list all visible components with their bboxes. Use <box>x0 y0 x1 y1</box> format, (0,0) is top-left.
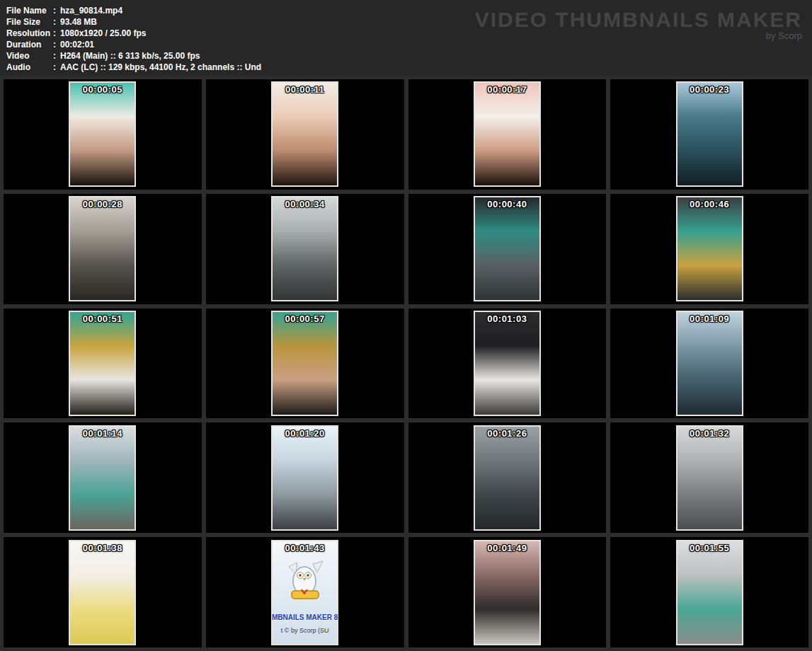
watermark-content: MBNAILS MAKER 8t © by Scorp (SU <box>273 541 337 644</box>
metadata-colon: : <box>53 17 56 27</box>
video-frame-thumbnail: 00:00:46 <box>676 196 743 301</box>
video-frame-thumbnail: 00:01:09 <box>676 311 743 416</box>
thumbnail-cell: 00:01:32 <box>610 422 808 533</box>
metadata-colon: : <box>53 6 56 16</box>
metadata-colon: : <box>53 51 56 61</box>
timestamp-label: 00:00:05 <box>70 84 135 95</box>
thumbnail-cell: 00:01:14 <box>4 422 202 533</box>
thumbnail-cell: 00:01:09 <box>610 309 808 419</box>
metadata-row: Duration:00:02:01 <box>6 39 261 50</box>
video-frame-thumbnail: 00:00:23 <box>676 81 743 187</box>
metadata-label: Audio <box>6 62 53 72</box>
timestamp-label: 00:00:11 <box>273 84 337 95</box>
thumbnail-cell: 00:01:26 <box>408 422 607 533</box>
timestamp-label: 00:01:43 <box>273 543 337 553</box>
timestamp-label: 00:01:26 <box>475 428 539 439</box>
timestamp-label: 00:01:49 <box>475 543 539 553</box>
app-branding: VIDEO THUMBNAILS MAKER by Scorp <box>475 9 802 41</box>
metadata-value: 00:02:01 <box>60 40 94 50</box>
timestamp-label: 00:00:28 <box>70 199 135 209</box>
metadata-row: File Size:93.48 MB <box>6 16 261 28</box>
thumbnail-cell: 00:01:38 <box>4 537 202 647</box>
metadata-colon: : <box>53 28 56 38</box>
thumbnail-cell: 00:00:11 <box>206 79 404 190</box>
timestamp-label: 00:01:09 <box>677 313 742 324</box>
metadata-value: hza_90814.mp4 <box>60 6 122 16</box>
metadata-label: File Size <box>6 17 53 27</box>
metadata-colon: : <box>53 40 56 50</box>
thumbnail-cell: 00:01:55 <box>610 537 808 647</box>
timestamp-label: 00:00:34 <box>273 199 337 209</box>
thumbnail-cell: 00:00:34 <box>206 194 404 304</box>
video-frame-thumbnail: 00:00:28 <box>69 196 136 301</box>
metadata-row: Audio:AAC (LC) :: 129 kbps, 44100 Hz, 2 … <box>6 62 261 73</box>
thumbnail-cell: 00:01:03 <box>408 309 607 419</box>
metadata-value: H264 (Main) :: 6 313 kb/s, 25.00 fps <box>60 51 200 61</box>
video-frame-thumbnail: 00:00:17 <box>474 81 541 187</box>
metadata-label: Resolution <box>6 28 53 38</box>
video-frame-thumbnail: 00:01:03 <box>474 311 541 416</box>
watermark-copyright-text: t © by Scorp (SU <box>281 627 329 634</box>
timestamp-label: 00:00:51 <box>70 313 135 324</box>
timestamp-label: 00:01:14 <box>70 428 135 439</box>
metadata-label: Video <box>6 51 53 61</box>
timestamp-label: 00:01:03 <box>475 313 539 324</box>
thumbnail-cell: MBNAILS MAKER 8t © by Scorp (SU00:01:43 <box>206 537 404 647</box>
metadata-value: 93.48 MB <box>60 17 97 27</box>
timestamp-label: 00:00:40 <box>475 199 539 209</box>
video-frame-thumbnail: 00:01:14 <box>69 425 136 531</box>
thumbnail-cell: 00:01:49 <box>408 537 607 647</box>
watermark-brand-text: MBNAILS MAKER 8 <box>272 613 338 621</box>
metadata-value: AAC (LC) :: 129 kbps, 44100 Hz, 2 channe… <box>60 62 261 72</box>
video-frame-thumbnail: 00:01:26 <box>474 425 541 531</box>
watermark-thumbnail: MBNAILS MAKER 8t © by Scorp (SU00:01:43 <box>271 540 338 645</box>
timestamp-label: 00:01:20 <box>273 428 337 439</box>
video-frame-thumbnail: 00:00:57 <box>271 311 338 416</box>
video-frame-thumbnail: 00:00:11 <box>271 81 338 187</box>
timestamp-label: 00:00:23 <box>677 84 742 95</box>
video-frame-thumbnail: 00:00:05 <box>69 81 136 187</box>
metadata-label: Duration <box>6 40 53 50</box>
thumbnail-cell: 00:01:20 <box>206 422 404 533</box>
video-frame-thumbnail: 00:01:55 <box>676 540 743 645</box>
app-byline: by Scorp <box>475 30 802 41</box>
metadata-row: Video:H264 (Main) :: 6 313 kb/s, 25.00 f… <box>6 50 261 62</box>
metadata-row: Resolution:1080x1920 / 25.00 fps <box>6 28 261 39</box>
video-frame-thumbnail: 00:01:49 <box>474 540 541 645</box>
thumbnail-cell: 00:00:17 <box>408 79 607 190</box>
timestamp-label: 00:00:46 <box>677 199 742 209</box>
metadata-value: 1080x1920 / 25.00 fps <box>60 28 146 38</box>
video-frame-thumbnail: 00:01:38 <box>69 540 136 645</box>
thumbnail-cell: 00:00:51 <box>4 309 202 419</box>
file-metadata-list: File Name:hza_90814.mp4File Size:93.48 M… <box>6 5 261 73</box>
timestamp-label: 00:01:55 <box>677 543 742 553</box>
thumbnail-cell: 00:00:28 <box>4 194 202 304</box>
metadata-colon: : <box>53 62 56 72</box>
thumbnail-cell: 00:00:46 <box>610 194 808 304</box>
thumbnail-cell: 00:00:40 <box>408 194 607 304</box>
thumbnail-cell: 00:00:23 <box>610 79 808 190</box>
metadata-row: File Name:hza_90814.mp4 <box>6 5 261 16</box>
timestamp-label: 00:01:32 <box>677 428 742 439</box>
video-frame-thumbnail: 00:01:32 <box>676 425 743 531</box>
owl-logo-icon <box>286 560 324 604</box>
video-frame-thumbnail: 00:00:40 <box>474 196 541 301</box>
app-title: VIDEO THUMBNAILS MAKER <box>475 9 802 30</box>
timestamp-label: 00:00:17 <box>475 84 539 95</box>
timestamp-label: 00:00:57 <box>273 313 337 324</box>
thumbnail-cell: 00:00:05 <box>4 79 202 190</box>
timestamp-label: 00:01:38 <box>70 543 135 553</box>
thumbnail-cell: 00:00:57 <box>206 309 404 419</box>
video-frame-thumbnail: 00:00:51 <box>69 311 136 416</box>
header-bar: File Name:hza_90814.mp4File Size:93.48 M… <box>0 0 812 76</box>
thumbnail-grid: 00:00:0500:00:1100:00:1700:00:2300:00:28… <box>0 76 812 651</box>
video-frame-thumbnail: 00:01:20 <box>271 425 338 531</box>
metadata-label: File Name <box>6 6 53 16</box>
video-frame-thumbnail: 00:00:34 <box>271 196 338 301</box>
